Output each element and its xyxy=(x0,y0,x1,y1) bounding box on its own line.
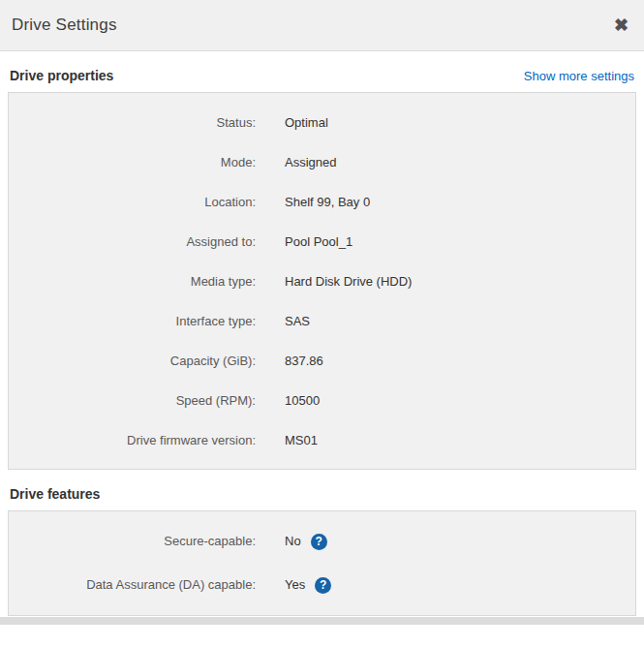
feature-row-secure-capable: Secure-capable: No ? xyxy=(9,533,635,550)
close-icon[interactable]: ✖ xyxy=(614,16,629,34)
drive-features-panel: Secure-capable: No ? Data Assurance (DA)… xyxy=(8,510,636,616)
property-value: 10500 xyxy=(285,392,320,410)
property-row-speed: Speed (RPM): 10500 xyxy=(9,392,635,410)
dialog-body: Drive properties Show more settings Stat… xyxy=(0,68,644,616)
property-label: Status: xyxy=(9,114,256,132)
help-icon[interactable]: ? xyxy=(311,534,327,550)
property-value: Hard Disk Drive (HDD) xyxy=(285,273,412,291)
drive-features-section-header: Drive features xyxy=(10,486,634,502)
property-value: MS01 xyxy=(285,432,318,449)
property-value: Optimal xyxy=(285,114,328,132)
property-row-mode: Mode: Assigned xyxy=(9,154,635,171)
feature-value-text: No xyxy=(285,533,301,550)
property-label: Media type: xyxy=(9,273,256,291)
property-label: Location: xyxy=(9,194,256,211)
drive-features-heading: Drive features xyxy=(10,486,100,502)
property-label: Interface type: xyxy=(9,313,256,330)
property-row-capacity: Capacity (GiB): 837.86 xyxy=(9,353,635,370)
dialog-header: Drive Settings ✖ xyxy=(0,0,644,51)
drive-properties-section-header: Drive properties Show more settings xyxy=(10,68,634,83)
drive-properties-heading: Drive properties xyxy=(10,68,113,83)
property-row-interface-type: Interface type: SAS xyxy=(9,313,635,330)
property-label: Drive firmware version: xyxy=(9,432,256,449)
feature-value-text: Yes xyxy=(285,576,305,594)
footer-divider xyxy=(0,617,644,625)
show-more-settings-link[interactable]: Show more settings xyxy=(524,69,634,83)
feature-label: Secure-capable: xyxy=(9,533,256,550)
property-row-status: Status: Optimal xyxy=(9,114,635,132)
feature-label: Data Assurance (DA) capable: xyxy=(9,576,256,594)
help-icon[interactable]: ? xyxy=(315,577,331,594)
property-value: Pool Pool_1 xyxy=(285,233,353,251)
property-value: Shelf 99, Bay 0 xyxy=(285,194,370,211)
property-row-assigned-to: Assigned to: Pool Pool_1 xyxy=(9,233,635,251)
property-row-location: Location: Shelf 99, Bay 0 xyxy=(9,194,635,211)
property-label: Speed (RPM): xyxy=(9,392,256,410)
property-row-firmware-version: Drive firmware version: MS01 xyxy=(9,432,635,449)
property-value: SAS xyxy=(285,313,310,330)
feature-value: Yes ? xyxy=(285,576,331,594)
drive-properties-panel: Status: Optimal Mode: Assigned Location:… xyxy=(8,92,636,470)
property-label: Assigned to: xyxy=(9,233,256,251)
property-label: Mode: xyxy=(9,154,256,171)
feature-row-da-capable: Data Assurance (DA) capable: Yes ? xyxy=(9,576,635,594)
dialog-title: Drive Settings xyxy=(12,15,117,35)
feature-value: No ? xyxy=(285,533,327,550)
property-row-media-type: Media type: Hard Disk Drive (HDD) xyxy=(9,273,635,291)
property-value: Assigned xyxy=(285,154,336,171)
property-value: 837.86 xyxy=(285,353,323,370)
property-label: Capacity (GiB): xyxy=(9,353,256,370)
